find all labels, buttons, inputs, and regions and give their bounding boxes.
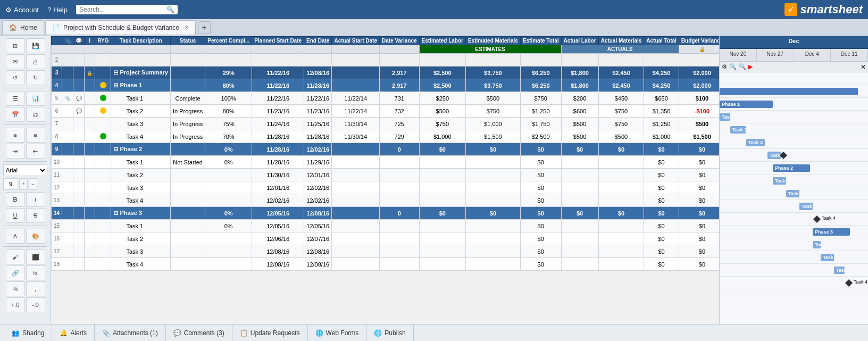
- col-task-desc-header: Task Description: [111, 37, 171, 45]
- font-select[interactable]: Arial: [3, 164, 47, 176]
- tab-home[interactable]: 🏠 Home: [2, 20, 44, 35]
- strikethrough-button[interactable]: S: [26, 208, 45, 223]
- row-task-desc[interactable]: Task 3: [111, 181, 171, 194]
- gantt-zoom-in-icon[interactable]: 🔍: [739, 63, 746, 70]
- row-number: 7: [52, 118, 62, 130]
- paint-brush-button[interactable]: 🖌: [6, 249, 25, 264]
- sharing-tab[interactable]: 👥 Sharing: [4, 325, 52, 342]
- row-actual-start: [332, 207, 380, 220]
- gantt-settings-icon[interactable]: ⚙: [722, 63, 727, 70]
- decimal-up-button[interactable]: +.0: [6, 297, 25, 312]
- indent-button[interactable]: ⇥: [6, 144, 25, 159]
- row-est-total: $0: [520, 156, 561, 169]
- outdent-button[interactable]: ⇤: [26, 144, 45, 159]
- gantt-today-icon[interactable]: ▶: [748, 63, 753, 70]
- bold-button[interactable]: B: [6, 192, 25, 207]
- text-color-button[interactable]: A: [6, 229, 25, 244]
- fill-button[interactable]: ⬛: [26, 249, 45, 264]
- col-est-labor-header: Estimated Labor: [419, 37, 465, 45]
- fill-color-button[interactable]: 🎨: [26, 229, 45, 244]
- main-layout: ⊞ 💾 ✉ 🖨 ↺ ↻ ☰ 📊 📅 🗂 ≡ ≡ ⇥ ⇤: [0, 36, 868, 324]
- redo-button[interactable]: ↻: [26, 70, 45, 85]
- align-right-button[interactable]: ≡: [26, 128, 45, 143]
- row-pct: [205, 54, 252, 66]
- gantt-zoom-out-icon[interactable]: 🔍: [729, 63, 737, 70]
- link-button[interactable]: 🔗: [6, 265, 25, 280]
- row-end-date: 11/23/16: [304, 105, 332, 118]
- row-act-mat: [598, 54, 644, 66]
- undo-button[interactable]: ↺: [6, 70, 25, 85]
- font-size-up[interactable]: +: [19, 178, 28, 190]
- search-input[interactable]: [79, 6, 164, 13]
- row-task-desc[interactable]: Task 4: [111, 130, 171, 143]
- alerts-tab[interactable]: 🔔 Alerts: [52, 325, 95, 342]
- row-act-total: $650: [644, 92, 679, 105]
- logo-check: ✓: [784, 3, 797, 16]
- row-status: [170, 245, 205, 258]
- row-task-desc[interactable]: Task 3: [111, 118, 171, 130]
- row-task-desc[interactable]: Task 4: [111, 258, 171, 271]
- row-task-desc[interactable]: Task 1: [111, 220, 171, 232]
- row-est-mat: $1,500: [465, 130, 520, 143]
- row-task-desc[interactable]: ⊟ Phase 3: [111, 207, 171, 220]
- row-est-mat: [465, 258, 520, 271]
- save-button[interactable]: 💾: [26, 38, 45, 53]
- help-menu[interactable]: ? Help: [47, 6, 68, 14]
- attachments-tab[interactable]: 📎 Attachments (1): [95, 325, 166, 342]
- row-task-desc[interactable]: Task 2: [111, 105, 171, 118]
- italic-button[interactable]: I: [26, 192, 45, 207]
- row-task-desc[interactable]: Task 2: [111, 169, 171, 181]
- row-planned-start: 12/08/16: [252, 258, 304, 271]
- gantt-view-button[interactable]: 📊: [26, 91, 45, 106]
- row-act-total: $0: [644, 232, 679, 245]
- table-view-button[interactable]: ☰: [6, 91, 25, 106]
- row-status: [170, 232, 205, 245]
- row-task-desc[interactable]: ⊟ Phase 1: [111, 79, 171, 92]
- row-task-desc[interactable]: ⊟ Phase 2: [111, 143, 171, 156]
- calendar-view-button[interactable]: 📅: [6, 107, 25, 122]
- row-pct: 70%: [205, 130, 252, 143]
- row-lock: [85, 130, 95, 143]
- row-pct: [205, 194, 252, 207]
- row-task-desc[interactable]: ⊟ Project Summary: [111, 66, 171, 79]
- attachments-icon: 📎: [102, 329, 110, 337]
- row-est-labor: [419, 169, 465, 181]
- tab-sheet[interactable]: 📄 Project with Schedule & Budget Varianc…: [45, 20, 196, 35]
- row-attach: [62, 156, 73, 169]
- percent-button[interactable]: %: [6, 281, 25, 296]
- align-left-button[interactable]: ≡: [6, 128, 25, 143]
- email-button[interactable]: ✉: [6, 54, 25, 69]
- row-budget-var: $2,000: [679, 66, 719, 79]
- row-task-desc[interactable]: Task 3: [111, 245, 171, 258]
- font-size-input[interactable]: [3, 178, 18, 190]
- underline-button[interactable]: U: [6, 208, 25, 223]
- comma-button[interactable]: ,: [26, 281, 45, 296]
- search-box[interactable]: 🔍: [76, 5, 178, 14]
- print-button[interactable]: 🖨: [26, 54, 45, 69]
- font-size-down[interactable]: −: [29, 178, 37, 190]
- gantt-close-icon[interactable]: ✕: [861, 63, 866, 71]
- row-task-desc[interactable]: Task 4: [111, 194, 171, 207]
- row-actual-start: 11/22/14: [332, 105, 380, 118]
- row-lock: [85, 156, 95, 169]
- web-forms-tab[interactable]: 🌐 Web Forms: [308, 325, 367, 342]
- grid-container[interactable]: 📎 💬 i RYG Task Description Status Percen…: [51, 36, 719, 324]
- row-number: 17: [52, 245, 62, 258]
- publish-tab[interactable]: 🌐 Publish: [366, 325, 413, 342]
- gantt-milestone: [845, 279, 853, 287]
- decimal-down-button[interactable]: -.0: [26, 297, 45, 312]
- tab-add-button[interactable]: +: [198, 21, 211, 34]
- row-task-desc[interactable]: Task 1: [111, 92, 171, 105]
- sheet-icon: 📄: [52, 24, 60, 31]
- row-task-desc[interactable]: [111, 54, 171, 66]
- row-task-desc[interactable]: Task 2: [111, 232, 171, 245]
- update-requests-tab[interactable]: 📋 Update Requests: [232, 325, 308, 342]
- account-menu[interactable]: ⚙ Account: [5, 6, 39, 14]
- row-actual-start: [332, 181, 380, 194]
- card-view-button[interactable]: 🗂: [26, 107, 45, 122]
- comments-tab[interactable]: 💬 Comments (3): [166, 325, 232, 342]
- grid-view-button[interactable]: ⊞: [6, 38, 25, 53]
- formula-button[interactable]: fx: [26, 265, 45, 280]
- tab-close-button[interactable]: ✕: [185, 24, 189, 30]
- row-task-desc[interactable]: Task 1: [111, 156, 171, 169]
